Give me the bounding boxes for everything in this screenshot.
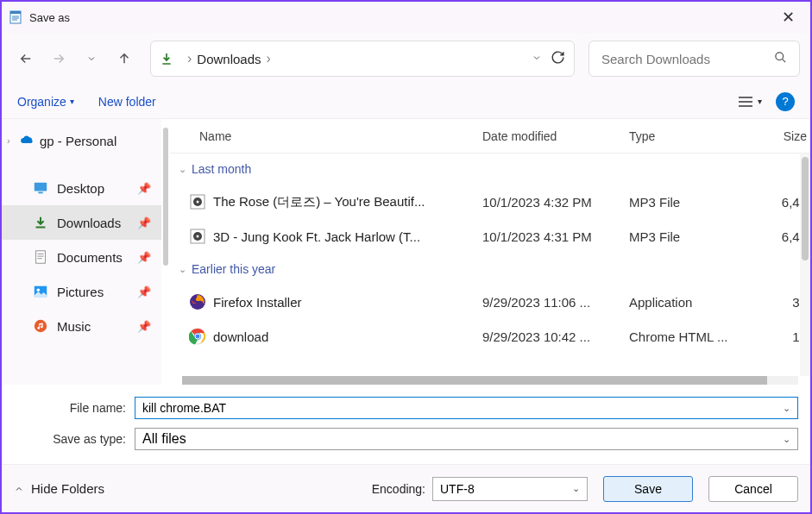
organize-menu[interactable]: Organize ▾: [17, 95, 74, 109]
downloads-icon: [33, 215, 48, 230]
file-row[interactable]: The Rose (더로즈) – You're Beautif...10/1/2…: [170, 185, 810, 219]
address-bar[interactable]: › Downloads ›: [150, 41, 575, 77]
sidebar-item-documents[interactable]: Documents📌: [2, 240, 161, 274]
file-row[interactable]: Firefox Installer9/29/2023 11:06 ...Appl…: [170, 285, 810, 319]
savetype-field[interactable]: All files ⌄: [135, 428, 798, 450]
svg-rect-1: [10, 11, 21, 14]
save-button[interactable]: Save: [603, 476, 693, 502]
chevron-down-icon[interactable]: ⌄: [783, 434, 790, 445]
chrome-icon: [189, 328, 206, 345]
chevron-down-icon: ⌄: [179, 164, 186, 175]
pin-icon: 📌: [137, 182, 151, 195]
sidebar-item-label: Music: [57, 319, 91, 334]
search-icon[interactable]: [774, 51, 787, 67]
audio-icon: [189, 193, 206, 210]
chevron-right-icon: ›: [187, 51, 192, 66]
chevron-down-icon: ⌄: [179, 264, 186, 275]
file-type: MP3 File: [629, 195, 763, 210]
back-button[interactable]: [12, 45, 40, 72]
tree-item-label: gp - Personal: [40, 134, 116, 148]
encoding-select[interactable]: UTF-8 ⌄: [432, 477, 588, 501]
group-header[interactable]: ⌄Earlier this year: [170, 254, 810, 285]
music-icon: [33, 318, 48, 334]
column-headers: Name Date modified Type Size: [170, 119, 810, 154]
hide-folders-button[interactable]: Hide Folders: [14, 481, 104, 496]
documents-icon: [33, 249, 48, 265]
encoding-value: UTF-8: [440, 482, 475, 496]
encoding-label: Encoding:: [372, 482, 425, 496]
tree-item-onedrive[interactable]: › gp - Personal: [2, 126, 161, 155]
close-button[interactable]: ✕: [772, 8, 803, 27]
file-type: Chrome HTML ...: [629, 329, 763, 344]
breadcrumb-location[interactable]: Downloads: [197, 52, 261, 66]
help-button[interactable]: ?: [776, 92, 795, 111]
column-date[interactable]: Date modified: [482, 129, 629, 143]
svg-rect-9: [35, 183, 47, 191]
onedrive-icon: [19, 135, 35, 146]
search-input[interactable]: [601, 52, 774, 66]
up-button[interactable]: [110, 45, 138, 72]
form-area: File name: ⌄ Save as type: All files ⌄: [2, 385, 810, 464]
file-name: 3D - Jung Kook Ft. Jack Harlow (T...: [213, 229, 482, 244]
savetype-label: Save as type:: [14, 432, 135, 446]
group-label: Last month: [192, 162, 251, 176]
sidebar-item-desktop[interactable]: Desktop📌: [2, 171, 161, 205]
sidebar-item-pictures[interactable]: Pictures📌: [2, 274, 161, 309]
sidebar-item-label: Downloads: [57, 216, 121, 230]
filename-field[interactable]: ⌄: [135, 397, 798, 419]
file-type: Application: [629, 295, 763, 310]
file-name: download: [213, 329, 482, 344]
sidebar-item-music[interactable]: Music📌: [2, 309, 161, 343]
search-box[interactable]: [589, 41, 800, 77]
group-header[interactable]: ⌄Last month: [170, 154, 810, 185]
vertical-scrollbar[interactable]: [800, 154, 810, 376]
save-as-dialog: Save as ✕ › Downloads › Organize ▾ New f…: [0, 0, 812, 514]
sidebar-scrollbar[interactable]: [161, 119, 170, 385]
file-row[interactable]: download9/29/2023 10:42 ...Chrome HTML .…: [170, 319, 810, 354]
sidebar-item-label: Pictures: [57, 285, 104, 299]
toolbar: Organize ▾ New folder ▾ ?: [2, 85, 810, 119]
hide-folders-label: Hide Folders: [31, 481, 104, 496]
group-label: Earlier this year: [192, 262, 275, 276]
file-list: Name Date modified Type Size ⌄Last month…: [170, 119, 810, 385]
svg-point-5: [776, 52, 784, 60]
file-date: 10/1/2023 4:31 PM: [482, 229, 629, 244]
filename-input[interactable]: [142, 401, 783, 415]
address-dropdown[interactable]: [532, 51, 542, 66]
pictures-icon: [33, 284, 48, 299]
file-name: The Rose (더로즈) – You're Beautif...: [213, 194, 482, 210]
savetype-value: All files: [142, 431, 783, 447]
svg-point-20: [197, 201, 199, 204]
navigation-pane: › gp - Personal Desktop📌Downloads📌Docume…: [2, 119, 161, 385]
pin-icon: 📌: [137, 285, 151, 298]
svg-point-23: [197, 235, 199, 238]
view-options-button[interactable]: ▾: [739, 96, 762, 108]
file-date: 9/29/2023 10:42 ...: [482, 329, 629, 344]
cancel-button[interactable]: Cancel: [708, 476, 798, 502]
downloads-location-icon: [160, 52, 173, 66]
chevron-down-icon[interactable]: ⌄: [783, 403, 790, 414]
forward-button[interactable]: [45, 45, 72, 72]
titlebar: Save as ✕: [2, 2, 810, 33]
chevron-up-icon: [14, 484, 24, 494]
chevron-right-icon[interactable]: ›: [7, 135, 19, 146]
pin-icon: 📌: [137, 320, 151, 333]
new-folder-button[interactable]: New folder: [98, 95, 156, 109]
file-row[interactable]: 3D - Jung Kook Ft. Jack Harlow (T...10/1…: [170, 219, 810, 254]
column-type[interactable]: Type: [629, 129, 763, 143]
refresh-button[interactable]: [551, 50, 565, 68]
chevron-right-icon[interactable]: ›: [267, 51, 271, 66]
notepad-icon: [9, 10, 22, 24]
horizontal-scrollbar[interactable]: [182, 376, 798, 385]
dialog-body: › gp - Personal Desktop📌Downloads📌Docume…: [2, 119, 810, 385]
file-date: 9/29/2023 11:06 ...: [482, 295, 629, 310]
svg-point-28: [195, 334, 200, 339]
svg-rect-10: [38, 192, 42, 194]
column-size[interactable]: Size: [763, 129, 810, 143]
window-title: Save as: [29, 11, 772, 24]
sidebar-item-downloads[interactable]: Downloads📌: [2, 205, 161, 240]
column-name[interactable]: Name: [199, 129, 482, 143]
pin-icon: 📌: [137, 216, 151, 229]
recent-dropdown[interactable]: [78, 45, 105, 72]
audio-icon: [189, 228, 206, 245]
